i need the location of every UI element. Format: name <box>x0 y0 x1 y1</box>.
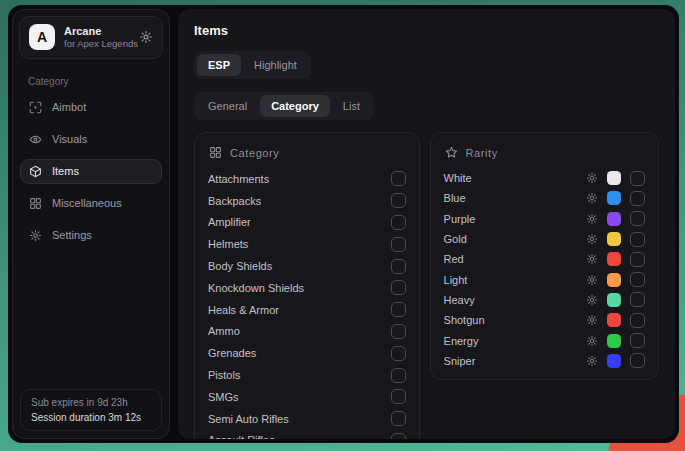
rarity-color-swatch-light[interactable] <box>607 273 621 287</box>
category-item-label: Knockdown Shields <box>208 282 304 294</box>
tab-general[interactable]: General <box>197 95 258 117</box>
category-checkbox-assault-rifles[interactable] <box>391 433 406 439</box>
category-row: Heals & Armor <box>208 299 406 321</box>
rarity-panel-title: Rarity <box>466 147 498 159</box>
rarity-color-swatch-gold[interactable] <box>607 232 621 246</box>
category-panel: Category AttachmentsBackpacksAmplifierHe… <box>194 132 420 439</box>
sidebar-item-label: Miscellaneous <box>52 197 122 209</box>
rarity-checkbox-light[interactable] <box>630 272 645 287</box>
category-checkbox-backpacks[interactable] <box>391 193 406 208</box>
rarity-color-swatch-sniper[interactable] <box>607 354 621 368</box>
sidebar-item-label: Visuals <box>52 133 87 145</box>
category-checkbox-attachments[interactable] <box>391 171 406 186</box>
category-checkbox-smgs[interactable] <box>391 389 406 404</box>
category-item-label: SMGs <box>208 391 239 403</box>
gear-icon[interactable] <box>586 213 598 225</box>
rarity-checkbox-sniper[interactable] <box>630 353 645 368</box>
category-row: Assault Rifles <box>208 430 406 439</box>
category-item-label: Body Shields <box>208 260 272 272</box>
tab-category[interactable]: Category <box>260 95 330 117</box>
logo-card: A Arcane for Apex Legends <box>19 16 163 59</box>
tab-esp[interactable]: ESP <box>197 54 241 76</box>
rarity-item-label: White <box>444 172 586 184</box>
gear-icon[interactable] <box>586 192 598 204</box>
category-item-label: Amplifier <box>208 216 251 228</box>
gear-icon[interactable] <box>586 314 598 326</box>
category-checkbox-helmets[interactable] <box>391 237 406 252</box>
rarity-checkbox-shotgun[interactable] <box>630 313 645 328</box>
gear-icon[interactable] <box>586 172 598 184</box>
session-duration-text: Session duration 3m 12s <box>31 412 151 423</box>
rarity-color-swatch-heavy[interactable] <box>607 293 621 307</box>
rarity-color-swatch-blue[interactable] <box>607 191 621 205</box>
category-panel-title: Category <box>230 147 279 159</box>
rarity-checkbox-white[interactable] <box>630 171 645 186</box>
gear-icon[interactable] <box>586 294 598 306</box>
category-item-label: Ammo <box>208 325 240 337</box>
rarity-row: Blue <box>444 188 645 208</box>
rarity-checkbox-energy[interactable] <box>630 333 645 348</box>
gear-icon[interactable] <box>139 30 153 44</box>
rarity-row: Gold <box>444 229 645 249</box>
rarity-item-label: Heavy <box>444 294 586 306</box>
category-item-label: Assault Rifles <box>208 434 275 439</box>
sidebar-item-settings[interactable]: Settings <box>20 223 162 248</box>
category-checkbox-body-shields[interactable] <box>391 259 406 274</box>
category-row: Amplifier <box>208 212 406 234</box>
grid-icon <box>29 197 42 210</box>
category-row: Backpacks <box>208 190 406 212</box>
sidebar-item-label: Items <box>52 165 79 177</box>
rarity-checkbox-red[interactable] <box>630 252 645 267</box>
gear-icon[interactable] <box>586 253 598 265</box>
rarity-row: White <box>444 168 645 188</box>
gear-icon[interactable] <box>586 233 598 245</box>
page-title: Items <box>194 23 659 38</box>
rarity-checkbox-purple[interactable] <box>630 211 645 226</box>
view-tabs: GeneralCategoryList <box>194 92 374 120</box>
mode-tabs: ESPHighlight <box>194 51 311 79</box>
category-row: Body Shields <box>208 255 406 277</box>
rarity-color-swatch-white[interactable] <box>607 171 621 185</box>
rarity-item-label: Shotgun <box>444 314 586 326</box>
category-item-label: Attachments <box>208 173 269 185</box>
grid-icon <box>209 146 222 159</box>
sidebar-item-label: Aimbot <box>52 101 86 113</box>
rarity-color-swatch-shotgun[interactable] <box>607 313 621 327</box>
category-row: Pistols <box>208 364 406 386</box>
rarity-color-swatch-red[interactable] <box>607 252 621 266</box>
tab-list[interactable]: List <box>332 95 371 117</box>
rarity-row: Red <box>444 249 645 269</box>
category-item-label: Semi Auto Rifles <box>208 413 289 425</box>
category-checkbox-ammo[interactable] <box>391 324 406 339</box>
rarity-checkbox-gold[interactable] <box>630 232 645 247</box>
sidebar-item-miscellaneous[interactable]: Miscellaneous <box>20 191 162 216</box>
category-checkbox-semi-auto-rifles[interactable] <box>391 411 406 426</box>
gear-icon[interactable] <box>586 355 598 367</box>
rarity-row: Light <box>444 269 645 289</box>
sidebar-item-visuals[interactable]: Visuals <box>20 127 162 152</box>
category-row: Knockdown Shields <box>208 277 406 299</box>
category-checkbox-pistols[interactable] <box>391 368 406 383</box>
category-row: Ammo <box>208 321 406 343</box>
eye-icon <box>29 133 42 146</box>
category-item-label: Backpacks <box>208 195 261 207</box>
sidebar-item-items[interactable]: Items <box>20 159 162 184</box>
category-checkbox-knockdown-shields[interactable] <box>391 280 406 295</box>
tab-highlight[interactable]: Highlight <box>243 54 308 76</box>
category-checkbox-heals-armor[interactable] <box>391 302 406 317</box>
gear-icon[interactable] <box>586 274 598 286</box>
sidebar-item-aimbot[interactable]: Aimbot <box>20 95 162 120</box>
rarity-item-label: Purple <box>444 213 586 225</box>
category-checkbox-grenades[interactable] <box>391 346 406 361</box>
rarity-checkbox-heavy[interactable] <box>630 292 645 307</box>
sidebar-nav: AimbotVisualsItemsMiscellaneousSettings <box>13 92 169 251</box>
rarity-color-swatch-energy[interactable] <box>607 334 621 348</box>
app-subtitle: for Apex Legends <box>64 38 130 50</box>
rarity-color-swatch-purple[interactable] <box>607 212 621 226</box>
category-checkbox-amplifier[interactable] <box>391 215 406 230</box>
sidebar-section-label: Category <box>28 76 154 87</box>
gear-icon[interactable] <box>586 335 598 347</box>
rarity-checkbox-blue[interactable] <box>630 191 645 206</box>
main-content: Items ESPHighlight GeneralCategoryList C… <box>178 9 675 439</box>
app-title: Arcane <box>64 24 130 38</box>
